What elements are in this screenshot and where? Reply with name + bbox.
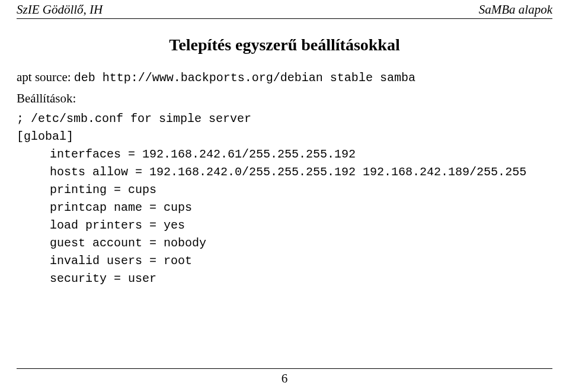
settings-label: Beállítások: [17, 90, 552, 107]
config-block: ; /etc/smb.conf for simple server [globa… [17, 111, 552, 287]
config-line: printcap name = cups [17, 200, 552, 216]
page-footer: 6 [0, 368, 569, 386]
content: Telepítés egyszerű beállításokkal apt so… [0, 19, 569, 287]
header-right: SaMBa alapok [479, 2, 552, 17]
config-line: printing = cups [17, 182, 552, 198]
page-header: SzIE Gödöllő, IH SaMBa alapok [0, 0, 569, 17]
apt-value: deb http://www.backports.org/debian stab… [74, 71, 415, 85]
config-line: security = user [17, 271, 552, 287]
config-line: hosts allow = 192.168.242.0/255.255.255.… [17, 164, 552, 181]
config-line: invalid users = root [17, 253, 552, 269]
footer-divider [17, 368, 552, 369]
page-number: 6 [0, 371, 569, 386]
apt-label: apt source: [17, 70, 74, 84]
header-left: SzIE Gödöllő, IH [17, 2, 103, 17]
config-line: interfaces = 192.168.242.61/255.255.255.… [17, 146, 552, 163]
config-comment: ; /etc/smb.conf for simple server [17, 111, 552, 127]
config-section: [global] [17, 128, 552, 145]
config-line: load printers = yes [17, 217, 552, 234]
apt-source-line: apt source: deb http://www.backports.org… [17, 69, 552, 86]
page: SzIE Gödöllő, IH SaMBa alapok Telepítés … [0, 0, 569, 392]
config-line: guest account = nobody [17, 235, 552, 252]
page-title: Telepítés egyszerű beállításokkal [17, 36, 552, 54]
